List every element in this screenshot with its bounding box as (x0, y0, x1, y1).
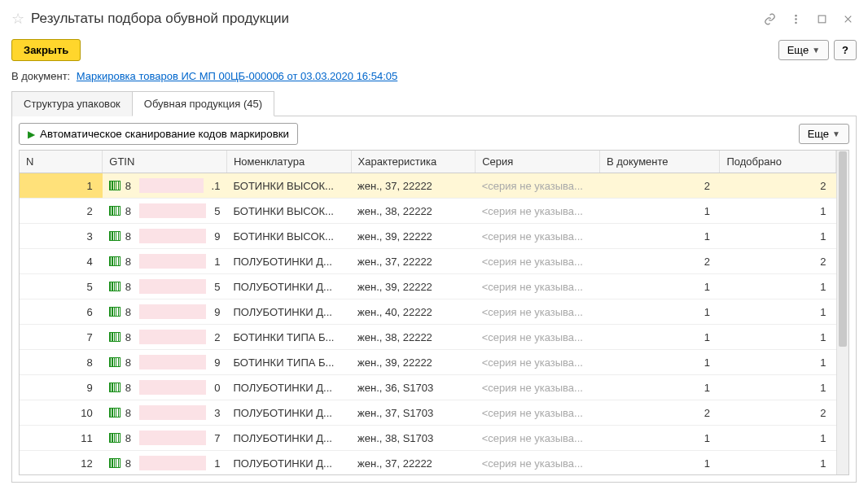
barcode-icon (109, 458, 121, 468)
cell-characteristic: жен., 37, 22222 (351, 249, 476, 274)
barcode-icon (109, 256, 121, 266)
table-row[interactable]: 285БОТИНКИ ВЫСОК...жен., 38, 22222<серия… (20, 199, 836, 224)
gtin-redacted (139, 330, 206, 344)
gtin-redacted (139, 380, 206, 395)
gtin-prefix: 8 (125, 180, 131, 192)
table-row[interactable]: 1281ПОЛУБОТИНКИ Д...жен., 37, 22222<сери… (20, 451, 836, 475)
cell-series: <серия не указыва... (476, 350, 600, 375)
table-row[interactable]: 18.1БОТИНКИ ВЫСОК...жен., 37, 22222<сери… (20, 173, 836, 199)
table-row[interactable]: 689ПОЛУБОТИНКИ Д...жен., 40, 22222<серия… (20, 299, 836, 325)
barcode-icon (109, 307, 121, 317)
cell-series: <серия не указыва... (476, 173, 600, 199)
more-button-label: Еще (787, 44, 809, 56)
panel-more-button[interactable]: Еще ▼ (799, 124, 849, 144)
cell-series: <серия не указыва... (476, 375, 600, 400)
tab-package-structure[interactable]: Структура упаковок (11, 91, 133, 116)
cell-gtin: 82 (103, 325, 227, 350)
close-icon[interactable] (839, 10, 857, 28)
cell-gtin: 89 (103, 350, 227, 375)
cell-n: 4 (20, 249, 103, 274)
gtin-redacted (139, 456, 206, 470)
gtin-prefix: 8 (125, 382, 131, 394)
cell-in-document: 1 (599, 426, 720, 451)
cell-picked: 1 (720, 451, 836, 475)
cell-n: 7 (20, 325, 103, 350)
col-header-nomenclature[interactable]: Номенклатура (226, 151, 351, 173)
cell-in-document: 1 (599, 299, 720, 325)
table-row[interactable]: 389БОТИНКИ ВЫСОК...жен., 39, 22222<серия… (20, 224, 836, 249)
svg-point-0 (795, 14, 797, 16)
cell-picked: 2 (720, 400, 836, 426)
auto-scan-button[interactable]: ▶ Автоматическое сканирование кодов марк… (19, 123, 298, 145)
cell-picked: 1 (720, 325, 836, 350)
cell-in-document: 1 (599, 224, 720, 249)
panel-toolbar: ▶ Автоматическое сканирование кодов марк… (19, 123, 849, 145)
barcode-icon (109, 206, 121, 216)
play-icon: ▶ (28, 129, 35, 140)
cell-gtin: 81 (103, 451, 227, 475)
col-header-n[interactable]: N (20, 151, 103, 173)
cell-nomenclature: БОТИНКИ ТИПА Б... (226, 325, 351, 350)
gtin-suffix: 7 (214, 432, 220, 444)
col-header-characteristic[interactable]: Характеристика (351, 151, 476, 173)
cell-n: 10 (20, 400, 103, 426)
gtin-redacted (139, 178, 204, 193)
link-icon[interactable] (761, 10, 778, 28)
table-row[interactable]: 1187ПОЛУБОТИНКИ Д...жен., 38, S1703<сери… (20, 426, 836, 451)
table-row[interactable]: 980ПОЛУБОТИНКИ Д...жен., 36, S1703<серия… (20, 375, 836, 400)
close-button[interactable]: Закрыть (11, 39, 81, 61)
tabs: Структура упаковок Обувная продукция (45… (11, 90, 857, 116)
vertical-scrollbar[interactable] (836, 151, 848, 474)
gtin-suffix: 9 (214, 230, 220, 243)
table-row[interactable]: 585ПОЛУБОТИНКИ Д...жен., 39, 22222<серия… (20, 274, 836, 299)
table-row[interactable]: 481ПОЛУБОТИНКИ Д...жен., 37, 22222<серия… (20, 249, 836, 274)
cell-picked: 1 (720, 274, 836, 299)
cell-in-document: 2 (599, 173, 720, 199)
cell-picked: 2 (720, 173, 836, 199)
col-header-in-document[interactable]: В документе (599, 151, 720, 173)
document-link-line: В документ: Маркировка товаров ИС МП 00Ц… (11, 70, 857, 82)
document-link[interactable]: Маркировка товаров ИС МП 00ЦБ-000006 от … (77, 70, 397, 82)
cell-series: <серия не указыва... (476, 274, 600, 299)
gtin-suffix: 9 (214, 356, 220, 369)
cell-gtin: 89 (103, 224, 227, 249)
cell-series: <серия не указыва... (476, 249, 600, 274)
table-row[interactable]: 889БОТИНКИ ТИПА Б...жен., 39, 22222<сери… (20, 350, 836, 375)
cell-nomenclature: ПОЛУБОТИНКИ Д... (226, 426, 351, 451)
cell-characteristic: жен., 39, 22222 (351, 224, 476, 249)
maximize-icon[interactable] (813, 10, 831, 28)
col-header-series[interactable]: Серия (476, 151, 600, 173)
table-row[interactable]: 1083ПОЛУБОТИНКИ Д...жен., 37, S1703<сери… (20, 400, 836, 426)
gtin-prefix: 8 (125, 281, 131, 293)
cell-gtin: 85 (103, 199, 227, 224)
gtin-prefix: 8 (125, 205, 131, 217)
gtin-redacted (139, 279, 206, 294)
gtin-redacted (139, 431, 206, 445)
tab-shoe-products[interactable]: Обувная продукция (45) (132, 91, 274, 116)
col-header-picked[interactable]: Подобрано (720, 151, 836, 173)
gtin-suffix: 1 (214, 457, 220, 470)
table-header-row: N GTIN Номенклатура Характеристика Серия… (20, 151, 836, 173)
cell-characteristic: жен., 37, S1703 (351, 400, 476, 426)
col-header-gtin[interactable]: GTIN (103, 151, 227, 173)
help-button[interactable]: ? (834, 40, 857, 60)
kebab-menu-icon[interactable] (787, 10, 804, 28)
gtin-prefix: 8 (125, 256, 131, 268)
barcode-icon (109, 357, 121, 367)
table-scroll-area[interactable]: N GTIN Номенклатура Характеристика Серия… (20, 151, 836, 474)
cell-nomenclature: ПОЛУБОТИНКИ Д... (226, 249, 351, 274)
cell-nomenclature: БОТИНКИ ВЫСОК... (226, 173, 351, 199)
gtin-suffix: .1 (212, 180, 221, 192)
scrollbar-thumb[interactable] (839, 151, 847, 347)
favorite-star-icon[interactable]: ☆ (11, 10, 24, 28)
cell-characteristic: жен., 38, 22222 (351, 325, 476, 350)
cell-picked: 1 (720, 426, 836, 451)
cell-gtin: 81 (103, 249, 227, 274)
gtin-redacted (139, 203, 206, 218)
cell-nomenclature: БОТИНКИ ВЫСОК... (226, 224, 351, 249)
cell-in-document: 1 (599, 274, 720, 299)
table-row[interactable]: 782БОТИНКИ ТИПА Б...жен., 38, 22222<сери… (20, 325, 836, 350)
more-button[interactable]: Еще ▼ (778, 40, 829, 60)
cell-n: 12 (20, 451, 103, 475)
cell-characteristic: жен., 37, 22222 (351, 451, 476, 475)
